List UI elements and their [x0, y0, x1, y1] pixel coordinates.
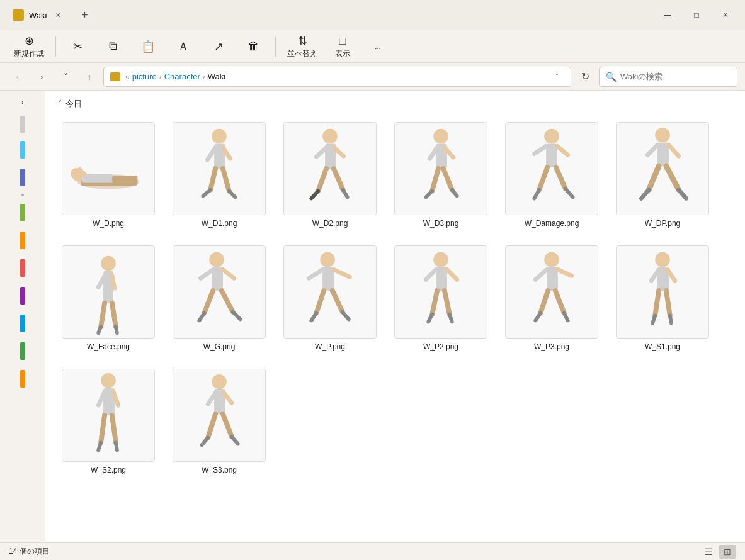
- svg-rect-6: [112, 176, 137, 182]
- svg-line-18: [316, 147, 326, 157]
- breadcrumb-picture[interactable]: picture: [132, 72, 157, 81]
- minimize-button[interactable]: —: [653, 5, 682, 25]
- view-button[interactable]: □ 表示: [326, 33, 359, 60]
- section-today-label: 今日: [65, 98, 82, 109]
- breadcrumb[interactable]: « picture › Character › Waki ˅: [103, 67, 571, 87]
- new-tab-button[interactable]: +: [74, 5, 94, 25]
- sidebar-item-8[interactable]: [5, 339, 40, 364]
- view-icon: □: [339, 35, 346, 48]
- rename-button[interactable]: Ａ: [167, 33, 200, 60]
- svg-line-37: [556, 167, 566, 189]
- svg-line-101: [112, 415, 116, 442]
- file-name: W_S2.png: [91, 466, 126, 474]
- breadcrumb-arrow-1: ›: [159, 72, 162, 81]
- maximize-button[interactable]: □: [682, 5, 711, 25]
- sidebar-item-5[interactable]: [5, 255, 40, 281]
- paste-button[interactable]: 📋: [132, 33, 164, 60]
- search-input[interactable]: [620, 72, 721, 81]
- tab-close-button[interactable]: ✕: [52, 9, 64, 21]
- file-item[interactable]: W_D1.png: [169, 118, 270, 232]
- more-label: ...: [375, 43, 381, 50]
- breadcrumb-character[interactable]: Character: [164, 72, 200, 81]
- cut-button[interactable]: ✂: [61, 33, 94, 60]
- svg-line-47: [679, 190, 686, 199]
- file-item[interactable]: W_G.png: [169, 242, 270, 355]
- file-item[interactable]: W_S3.png: [169, 365, 270, 478]
- refresh-button[interactable]: ↻: [575, 67, 595, 87]
- file-item[interactable]: W_D2.png: [280, 118, 380, 232]
- delete-icon: 🗑: [248, 40, 259, 53]
- toolbar: ⊕ 新規作成 ✂ ⧉ 📋 Ａ ↗ 🗑 ⇅ 並べ替え □ 表示 ...: [0, 30, 745, 63]
- copy-icon: ⧉: [109, 40, 117, 53]
- sidebar-item-4[interactable]: [5, 228, 40, 253]
- section-toggle[interactable]: ˅: [58, 99, 62, 108]
- sort-button[interactable]: ⇅ 並べ替え: [281, 33, 324, 60]
- svg-line-100: [101, 415, 105, 442]
- svg-line-74: [426, 269, 436, 279]
- rename-icon: Ａ: [178, 39, 189, 54]
- tab-waki[interactable]: Waki ✕: [5, 4, 72, 26]
- svg-line-76: [432, 291, 437, 314]
- more-button[interactable]: ...: [361, 33, 394, 60]
- sidebar-expand-button[interactable]: ›: [0, 91, 45, 113]
- share-icon: ↗: [214, 40, 224, 53]
- view-label: 表示: [335, 49, 350, 59]
- svg-line-60: [204, 291, 213, 313]
- sidebar-item-2[interactable]: [5, 165, 40, 190]
- tab-label: Waki: [29, 11, 47, 20]
- list-view-button[interactable]: ☰: [700, 545, 717, 559]
- back-button[interactable]: ‹: [8, 67, 28, 87]
- window-controls: — □ ×: [653, 5, 740, 25]
- grid-view-button[interactable]: ⊞: [719, 545, 736, 559]
- svg-line-77: [445, 291, 450, 314]
- sidebar-item-6[interactable]: [5, 283, 40, 308]
- svg-line-79: [450, 315, 452, 322]
- breadcrumb-dropdown-button[interactable]: ˅: [549, 69, 564, 84]
- file-item[interactable]: W_DP.png: [612, 118, 713, 232]
- sidebar-item-3[interactable]: [5, 200, 40, 225]
- file-item[interactable]: W_D3.png: [390, 118, 491, 232]
- file-item[interactable]: W_S2.png: [58, 365, 159, 478]
- search-icon: 🔍: [606, 72, 617, 82]
- file-item[interactable]: W_Damage.png: [501, 118, 602, 232]
- file-thumbnail: [283, 245, 377, 339]
- sidebar: ›: [0, 91, 45, 542]
- svg-line-93: [666, 291, 670, 315]
- file-item[interactable]: W_Face.png: [58, 242, 159, 355]
- file-item[interactable]: W_P3.png: [501, 242, 602, 355]
- svg-line-29: [443, 169, 452, 190]
- svg-line-34: [534, 146, 546, 154]
- file-name: W_P3.png: [534, 342, 569, 351]
- sidebar-item-9[interactable]: [5, 366, 40, 391]
- file-name: W_Damage.png: [525, 219, 579, 228]
- file-item[interactable]: W_P2.png: [390, 242, 491, 355]
- file-thumbnail: [394, 122, 487, 215]
- svg-point-56: [209, 252, 224, 267]
- file-name: W_D3.png: [423, 219, 459, 228]
- file-item[interactable]: W_S1.png: [612, 242, 713, 355]
- svg-line-66: [309, 269, 322, 278]
- sidebar-item-7[interactable]: [5, 311, 40, 336]
- new-button[interactable]: ⊕ 新規作成: [8, 33, 50, 60]
- forward-button[interactable]: ›: [31, 67, 52, 87]
- file-thumbnail: [62, 122, 155, 215]
- share-button[interactable]: ↗: [202, 33, 235, 60]
- breadcrumb-sep-1: «: [125, 72, 130, 81]
- cut-icon: ✂: [73, 40, 82, 53]
- svg-line-82: [535, 269, 547, 279]
- copy-button[interactable]: ⧉: [96, 33, 129, 60]
- close-button[interactable]: ×: [711, 5, 740, 25]
- file-item[interactable]: W_P.png: [280, 242, 380, 355]
- svg-line-85: [555, 291, 564, 313]
- file-item[interactable]: W_D.png: [58, 118, 159, 232]
- search-box[interactable]: 🔍: [599, 67, 737, 87]
- delete-button[interactable]: 🗑: [237, 33, 270, 60]
- file-thumbnail: [616, 122, 709, 215]
- file-thumbnail: [616, 245, 709, 339]
- svg-point-32: [544, 129, 559, 144]
- svg-point-96: [101, 373, 116, 388]
- sidebar-item-1[interactable]: [5, 137, 40, 162]
- up-button[interactable]: ↑: [79, 67, 100, 87]
- expand-button[interactable]: ˅: [55, 67, 76, 87]
- svg-line-54: [98, 327, 101, 333]
